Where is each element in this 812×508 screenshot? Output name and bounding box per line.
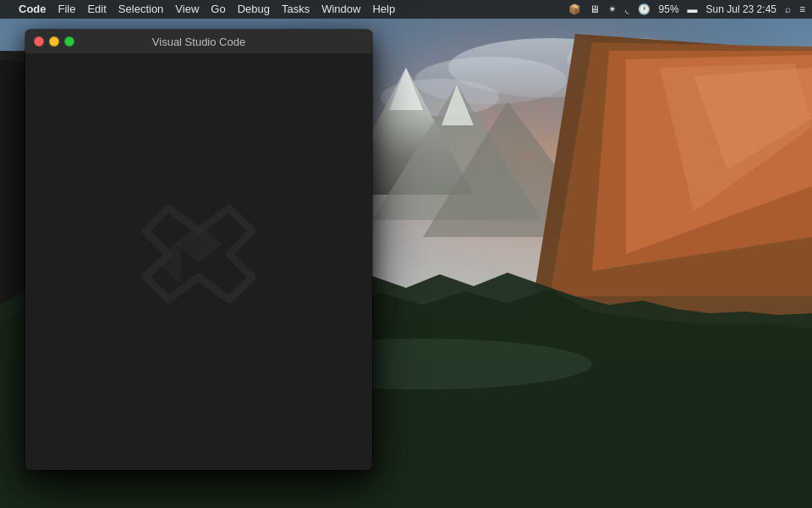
window-titlebar: Visual Studio Code (25, 30, 372, 53)
menubar-app-name[interactable]: Code (19, 0, 47, 19)
window-close-button[interactable] (34, 36, 44, 47)
battery-percent: 95% (659, 0, 679, 19)
bluetooth-icon: ✴ (608, 0, 617, 19)
time-machine-icon: 🕐 (638, 0, 650, 19)
menubar-left: Code File Edit Selection View Go Debug T… (7, 0, 568, 19)
window-maximize-button[interactable] (64, 36, 74, 47)
menubar-view[interactable]: View (175, 0, 199, 19)
menubar-edit[interactable]: Edit (87, 0, 106, 19)
vscode-logo-watermark (123, 185, 275, 338)
datetime: Sun Jul 23 2:45 (706, 0, 776, 19)
screen-icon: 🖥 (590, 0, 600, 19)
window-controls[interactable] (34, 36, 74, 47)
menubar-help[interactable]: Help (372, 0, 395, 19)
menubar-file[interactable]: File (58, 0, 76, 19)
menubar-right: 📦 🖥 ✴ ◟ 🕐 95% ▬ Sun Jul 23 2:45 ⌕ ≡ (568, 0, 805, 19)
menubar-go[interactable]: Go (211, 0, 225, 19)
menubar-selection[interactable]: Selection (118, 0, 163, 19)
battery-icon: ▬ (688, 0, 698, 19)
menubar-debug[interactable]: Debug (238, 0, 270, 19)
vscode-window: Visual Studio Code (25, 30, 372, 470)
window-title: Visual Studio Code (152, 36, 245, 48)
wifi-icon: ◟ (625, 0, 629, 19)
window-minimize-button[interactable] (49, 36, 59, 47)
window-content (25, 53, 372, 470)
search-icon[interactable]: ⌕ (785, 0, 791, 19)
dropbox-icon: 📦 (568, 0, 581, 19)
list-icon[interactable]: ≡ (799, 0, 805, 19)
menubar-window[interactable]: Window (321, 0, 360, 19)
menubar-tasks[interactable]: Tasks (282, 0, 310, 19)
menubar: Code File Edit Selection View Go Debug T… (0, 0, 812, 19)
